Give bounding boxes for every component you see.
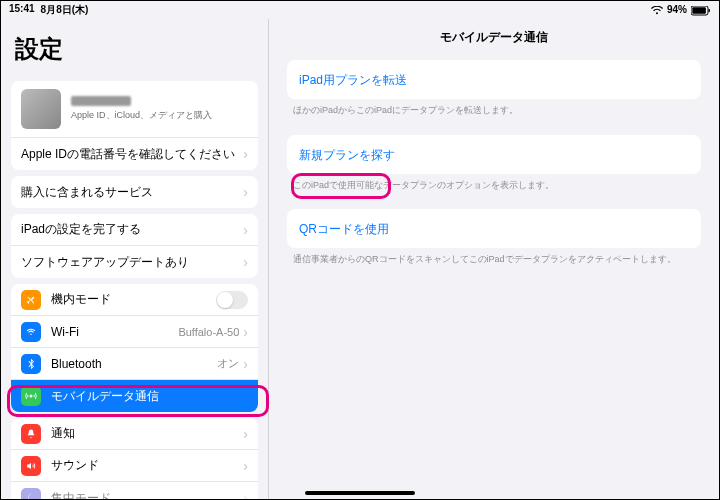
bluetooth-icon <box>21 354 41 374</box>
software-update-available[interactable]: ソフトウェアアップデートあり › <box>11 246 258 278</box>
chevron-right-icon: › <box>243 255 248 269</box>
cellular-row[interactable]: モバイルデータ通信 <box>11 380 258 412</box>
bluetooth-row[interactable]: Bluetooth オン › <box>11 348 258 380</box>
wifi-icon <box>651 4 663 15</box>
status-date: 8月8日(木) <box>41 3 89 17</box>
chevron-right-icon: › <box>243 357 248 371</box>
svg-rect-1 <box>692 7 706 13</box>
chevron-right-icon: › <box>243 185 248 199</box>
notifications-row[interactable]: 通知 › <box>11 418 258 450</box>
page-title: モバイルデータ通信 <box>269 19 719 60</box>
status-bar: 15:41 8月8日(木) 94% <box>1 1 719 19</box>
use-qr-note: 通信事業者からのQRコードをスキャンしてこのiPadでデータプランをアクティベー… <box>287 248 701 278</box>
chevron-right-icon: › <box>243 325 248 339</box>
status-time: 15:41 <box>9 3 35 17</box>
find-plan-note: このiPadで使用可能なデータプランのオプションを表示します。 <box>287 174 701 204</box>
wifi-value: Buffalo-A-50 <box>178 326 239 338</box>
chevron-right-icon: › <box>243 491 248 499</box>
use-qr-button[interactable]: QRコードを使用 <box>287 209 701 248</box>
bell-icon <box>21 424 41 444</box>
profile-name-redacted <box>71 96 131 106</box>
purchase-services[interactable]: 購入に含まれるサービス › <box>11 176 258 208</box>
sounds-row[interactable]: サウンド › <box>11 450 258 482</box>
finish-setup[interactable]: iPadの設定を完了する › <box>11 214 258 246</box>
sidebar: 設定 Apple ID、iCloud、メディアと購入 Apple IDの電話番号… <box>1 19 269 499</box>
apple-id-profile[interactable]: Apple ID、iCloud、メディアと購入 <box>11 81 258 138</box>
apple-id-phone-alert[interactable]: Apple IDの電話番号を確認してください › <box>11 138 258 170</box>
chevron-right-icon: › <box>243 459 248 473</box>
cellular-icon <box>21 386 41 406</box>
battery-icon <box>691 4 711 15</box>
profile-subtitle: Apple ID、iCloud、メディアと購入 <box>71 109 212 122</box>
settings-title: 設定 <box>1 19 268 75</box>
chevron-right-icon: › <box>243 147 248 161</box>
focus-row[interactable]: 集中モード › <box>11 482 258 499</box>
bt-value: オン <box>217 356 239 371</box>
avatar <box>21 89 61 129</box>
battery-pct: 94% <box>667 4 687 15</box>
chevron-right-icon: › <box>243 427 248 441</box>
airplane-icon <box>21 290 41 310</box>
chevron-right-icon: › <box>243 223 248 237</box>
svg-rect-2 <box>709 9 711 12</box>
wifi-icon <box>21 322 41 342</box>
home-indicator[interactable] <box>305 491 415 495</box>
wifi-row[interactable]: Wi-Fi Buffalo-A-50 › <box>11 316 258 348</box>
moon-icon <box>21 488 41 499</box>
transfer-plan-button[interactable]: iPad用プランを転送 <box>287 60 701 99</box>
detail-pane: モバイルデータ通信 iPad用プランを転送 ほかのiPadからこのiPadにデー… <box>269 19 719 499</box>
airplane-toggle[interactable] <box>216 291 248 309</box>
airplane-mode[interactable]: 機内モード <box>11 284 258 316</box>
find-plan-button[interactable]: 新規プランを探す <box>287 135 701 174</box>
speaker-icon <box>21 456 41 476</box>
transfer-plan-note: ほかのiPadからこのiPadにデータプランを転送します。 <box>287 99 701 129</box>
